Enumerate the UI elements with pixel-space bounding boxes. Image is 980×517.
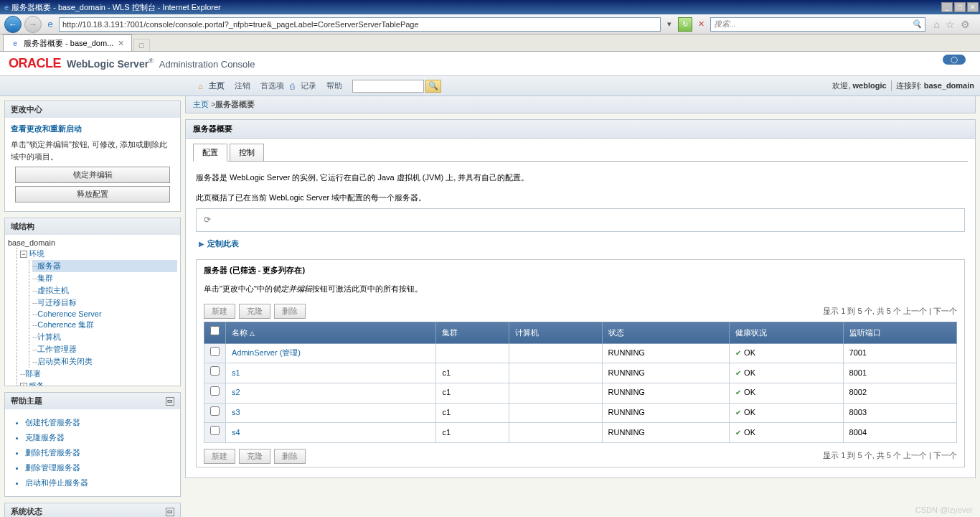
- row-checkbox[interactable]: [210, 366, 220, 376]
- home-icon[interactable]: ⌂: [934, 19, 940, 30]
- forward-button[interactable]: →: [24, 16, 42, 33]
- nav-logout[interactable]: 注销: [230, 79, 255, 93]
- col-machine[interactable]: 计算机: [509, 322, 602, 344]
- tree-item-coherence-server[interactable]: --Coherence Server: [32, 309, 177, 319]
- tools-icon[interactable]: ⚙: [961, 19, 970, 30]
- help-portlet: 帮助主题 ▭ 创建托管服务器 克隆服务器 删除托管服务器 删除管理服务器 启动和…: [4, 392, 181, 497]
- expand-icon[interactable]: +: [20, 383, 27, 386]
- help-link[interactable]: 创建托管服务器: [25, 415, 174, 430]
- nav-home[interactable]: 主页: [204, 79, 229, 93]
- tree-item-coherence-cluster[interactable]: --Coherence 集群: [32, 319, 177, 331]
- cell-cluster: [436, 343, 509, 363]
- col-state[interactable]: 状态: [602, 322, 730, 344]
- search-icon[interactable]: 🔍: [912, 19, 922, 29]
- nav-help[interactable]: 帮助: [322, 79, 347, 93]
- tab-close-icon[interactable]: ✕: [116, 39, 126, 48]
- tree-item-startup[interactable]: --启动类和关闭类: [32, 355, 177, 368]
- tab-config[interactable]: 配置: [193, 144, 227, 162]
- tree-item-machines[interactable]: --计算机: [32, 331, 177, 343]
- clone-button-bottom[interactable]: 克隆: [239, 449, 270, 464]
- console-search-input[interactable]: [352, 80, 424, 93]
- search-placeholder: 搜索...: [714, 19, 736, 29]
- select-all-checkbox[interactable]: [210, 326, 220, 335]
- view-changes-link[interactable]: 查看更改和重新启动: [11, 124, 82, 133]
- page-title: 服务器概要: [186, 120, 975, 139]
- tree-item-workmgr[interactable]: --工作管理器: [32, 343, 177, 355]
- tree-environment[interactable]: −环境: [20, 248, 177, 260]
- table-row: s3c1RUNNING✔OK8003: [204, 403, 957, 423]
- back-button[interactable]: ←: [4, 16, 22, 33]
- col-cluster[interactable]: 集群: [436, 322, 509, 344]
- new-button[interactable]: 新建: [204, 304, 235, 319]
- maximize-button[interactable]: □: [954, 2, 966, 12]
- tree-item-vhosts[interactable]: --虚拟主机: [32, 284, 177, 297]
- tab-control[interactable]: 控制: [230, 144, 264, 161]
- domain-tree: base_domain −环境 --服务器 --集群 --虚拟主机 --可迁移目…: [5, 235, 180, 386]
- health-ok-icon: ✔: [735, 429, 741, 437]
- cell-health: ✔OK: [730, 383, 843, 403]
- row-checkbox[interactable]: [210, 386, 220, 396]
- address-bar[interactable]: http://10.18.3.191:7001/console/console.…: [59, 17, 661, 32]
- connected-text: 连接到: base_domain: [896, 80, 974, 91]
- row-checkbox[interactable]: [210, 347, 220, 356]
- change-center-portlet: 更改中心 查看更改和重新启动 单击"锁定并编辑"按钮, 可修改, 添加或删除此域…: [4, 101, 181, 212]
- cell-port: 8003: [843, 403, 956, 423]
- minimize-icon[interactable]: ▭: [166, 508, 174, 516]
- col-name[interactable]: 名称 △: [226, 322, 436, 344]
- table-row: s2c1RUNNING✔OK8002: [204, 383, 957, 403]
- help-link[interactable]: 删除管理服务器: [25, 460, 174, 475]
- cell-health: ✔OK: [730, 343, 843, 363]
- paging-bottom: 显示 1 到 5 个, 共 5 个 上一个 | 下一个: [823, 450, 957, 462]
- favorites-icon[interactable]: ☆: [946, 19, 955, 30]
- col-port[interactable]: 监听端口: [843, 322, 956, 344]
- filter-header: 服务器 (已筛选 - 更多列存在): [197, 260, 964, 281]
- domain-structure-title: 域结构: [5, 218, 180, 235]
- help-link[interactable]: 删除托管服务器: [25, 445, 174, 460]
- close-button[interactable]: ✕: [967, 2, 979, 12]
- refresh-icon[interactable]: ⟳: [201, 213, 214, 227]
- tree-deploy[interactable]: --部署: [20, 368, 177, 380]
- browser-tab[interactable]: e 服务器概要 - base_dom... ✕: [3, 34, 132, 51]
- delete-button[interactable]: 删除: [274, 304, 306, 319]
- row-checkbox[interactable]: [210, 406, 220, 416]
- cell-state: RUNNING: [602, 343, 730, 363]
- new-tab-button[interactable]: ▢: [133, 39, 150, 51]
- minimize-button[interactable]: _: [941, 2, 953, 12]
- tree-root[interactable]: base_domain: [8, 238, 177, 248]
- new-button-bottom[interactable]: 新建: [204, 449, 235, 464]
- nav-record[interactable]: 记录: [296, 79, 321, 93]
- stop-button[interactable]: ✕: [695, 19, 707, 29]
- delete-button-bottom[interactable]: 删除: [274, 449, 306, 464]
- minimize-icon[interactable]: ▭: [166, 397, 174, 406]
- help-link[interactable]: 启动和停止服务器: [25, 475, 174, 490]
- lock-edit-button[interactable]: 锁定并编辑: [15, 167, 171, 183]
- server-link[interactable]: s4: [232, 428, 240, 437]
- breadcrumb: 主页 >服务器概要: [185, 96, 976, 113]
- tree-item-migratable[interactable]: --可迁移目标: [32, 297, 177, 309]
- help-link[interactable]: 克隆服务器: [25, 430, 174, 445]
- col-health[interactable]: 健康状况: [730, 322, 843, 344]
- customize-table-link[interactable]: ▶ 定制此表: [196, 232, 965, 256]
- console-search-button[interactable]: 🔍: [425, 80, 441, 93]
- go-refresh-button[interactable]: ↻: [678, 17, 692, 32]
- tab-favicon: e: [9, 37, 21, 49]
- breadcrumb-home[interactable]: 主页: [193, 100, 209, 108]
- ie-search-box[interactable]: 搜索... 🔍: [710, 17, 925, 32]
- tree-services[interactable]: +服务: [20, 380, 177, 386]
- oracle-header: ORACLE WebLogic Server® Administration C…: [0, 52, 980, 76]
- clone-button[interactable]: 克隆: [239, 304, 270, 319]
- release-config-button[interactable]: 释放配置: [15, 186, 171, 202]
- cell-state: RUNNING: [602, 383, 730, 403]
- tree-item-servers[interactable]: --服务器: [32, 260, 177, 272]
- arrow-icon: ▶: [199, 238, 204, 250]
- domain-structure-portlet: 域结构 base_domain −环境 --服务器 --集群 --虚拟主机 --…: [4, 218, 181, 386]
- nav-prefs[interactable]: 首选项: [256, 79, 288, 93]
- tree-item-clusters[interactable]: --集群: [32, 272, 177, 284]
- collapse-icon[interactable]: −: [20, 251, 27, 258]
- server-link[interactable]: s2: [232, 388, 240, 396]
- url-dropdown[interactable]: ▾: [664, 19, 675, 29]
- server-link[interactable]: s1: [232, 368, 240, 377]
- server-link[interactable]: AdminServer (管理): [232, 348, 301, 357]
- server-link[interactable]: s3: [232, 408, 240, 416]
- row-checkbox[interactable]: [210, 426, 220, 435]
